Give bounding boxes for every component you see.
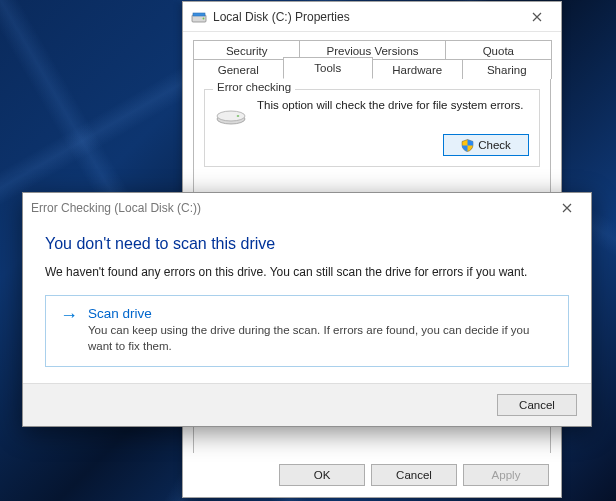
- option-description: You can keep using the drive during the …: [88, 323, 554, 354]
- dialog-cancel-button[interactable]: Cancel: [497, 394, 577, 416]
- check-button-label: Check: [478, 139, 511, 151]
- tab-general[interactable]: General: [193, 59, 284, 79]
- properties-titlebar[interactable]: Local Disk (C:) Properties: [183, 2, 561, 32]
- ok-button[interactable]: OK: [279, 464, 365, 486]
- dialog-body: You don't need to scan this drive We hav…: [23, 223, 591, 383]
- apply-button[interactable]: Apply: [463, 464, 549, 486]
- dialog-title: Error Checking (Local Disk (C:)): [31, 201, 547, 215]
- tab-hardware[interactable]: Hardware: [372, 59, 463, 79]
- uac-shield-icon: [461, 139, 474, 152]
- dialog-heading: You don't need to scan this drive: [45, 235, 569, 253]
- error-checking-dialog: Error Checking (Local Disk (C:)) You don…: [22, 192, 592, 427]
- dialog-titlebar[interactable]: Error Checking (Local Disk (C:)): [23, 193, 591, 223]
- drive-icon: [191, 9, 207, 25]
- group-legend: Error checking: [213, 81, 295, 93]
- properties-title: Local Disk (C:) Properties: [213, 10, 517, 24]
- option-text: Scan drive You can keep using the drive …: [88, 306, 554, 354]
- svg-point-5: [237, 115, 240, 117]
- close-icon[interactable]: [517, 3, 557, 31]
- tab-row-front: General Tools Hardware Sharing: [193, 59, 551, 79]
- properties-footer: OK Cancel Apply: [183, 453, 561, 497]
- dialog-footer: Cancel: [23, 383, 591, 426]
- svg-rect-1: [193, 13, 205, 16]
- scan-drive-option[interactable]: → Scan drive You can keep using the driv…: [45, 295, 569, 367]
- hdd-icon: [215, 102, 247, 126]
- error-checking-group: Error checking This option will check th…: [204, 89, 540, 167]
- arrow-right-icon: →: [60, 306, 78, 324]
- svg-point-4: [217, 111, 245, 121]
- tab-tools[interactable]: Tools: [283, 57, 374, 79]
- error-checking-text: This option will check the drive for fil…: [257, 98, 529, 113]
- tab-sharing[interactable]: Sharing: [462, 59, 553, 79]
- dialog-description: We haven't found any errors on this driv…: [45, 265, 569, 279]
- cancel-button[interactable]: Cancel: [371, 464, 457, 486]
- close-icon[interactable]: [547, 194, 587, 222]
- tab-quota[interactable]: Quota: [445, 40, 552, 60]
- check-button[interactable]: Check: [443, 134, 529, 156]
- svg-point-2: [203, 17, 205, 19]
- option-title: Scan drive: [88, 306, 554, 321]
